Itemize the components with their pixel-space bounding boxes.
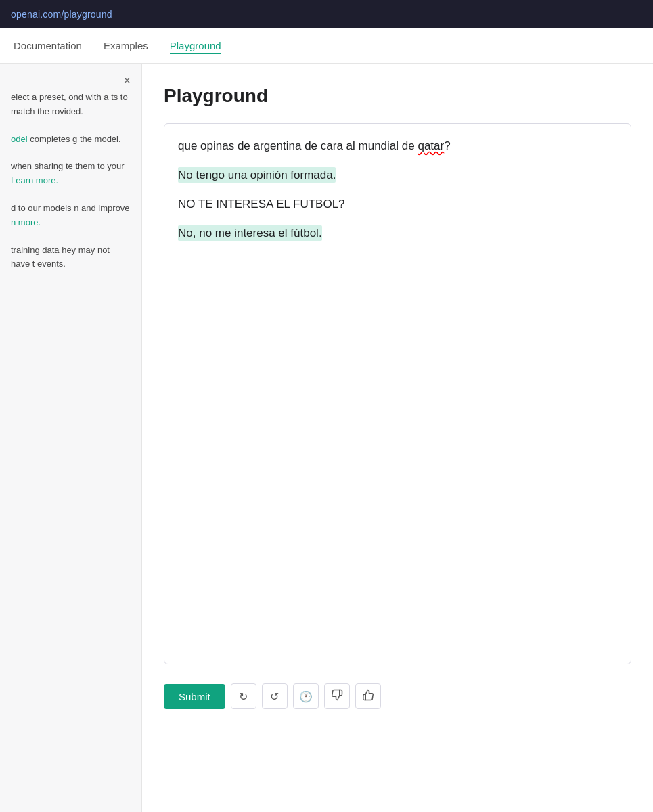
history-button[interactable]: 🕐 <box>293 683 319 709</box>
undo-button[interactable]: ↻ <box>231 683 256 709</box>
nav-bar: Documentation Examples Playground <box>0 28 653 64</box>
sidebar-section-2: odel completes g the model. <box>11 133 131 147</box>
page-title: Playground <box>164 85 631 107</box>
conversation-turn-1-response: No tengo una opinión formada. <box>178 166 617 185</box>
conversation-turn-1-prompt: que opinas de argentina de cara al mundi… <box>178 137 617 155</box>
thumbs-down-icon <box>331 689 343 704</box>
sidebar-section-3: when sharing te them to your Learn more. <box>11 160 131 188</box>
sidebar-learn-more-link[interactable]: Learn more. <box>11 175 58 185</box>
nav-item-documentation[interactable]: Documentation <box>14 37 82 54</box>
response-text-2: No, no me interesa el fútbol. <box>178 225 322 241</box>
thumbs-up-icon <box>362 689 374 704</box>
nav-item-playground[interactable]: Playground <box>170 37 221 54</box>
history-icon: 🕐 <box>299 690 313 703</box>
sidebar-text-5: training data hey may not have t events. <box>11 244 131 272</box>
url-path: /playground <box>61 9 112 20</box>
sidebar-section-4: d to our models n and improve n more. <box>11 202 131 230</box>
sidebar-learn-more-link-2[interactable]: n more. <box>11 217 41 227</box>
sidebar: × elect a preset, ond with a ts to match… <box>0 64 142 812</box>
sidebar-close-button[interactable]: × <box>123 74 131 87</box>
sidebar-model-link[interactable]: odel <box>11 134 28 144</box>
conversation-turn-2-prompt: NO TE INTERESA EL FUTBOL? <box>178 196 617 213</box>
submit-button[interactable]: Submit <box>164 684 225 709</box>
undo-icon: ↻ <box>239 690 248 703</box>
main-layout: × elect a preset, ond with a ts to match… <box>0 64 653 812</box>
nav-item-examples[interactable]: Examples <box>104 37 148 54</box>
thumbs-up-button[interactable] <box>355 683 381 709</box>
sidebar-text-1: elect a preset, ond with a ts to match t… <box>11 91 131 119</box>
playground-textarea[interactable]: que opinas de argentina de cara al mundi… <box>164 123 631 664</box>
bottom-toolbar: Submit ↻ ↺ 🕐 <box>164 678 631 715</box>
thumbs-down-button[interactable] <box>324 683 350 709</box>
conversation-turn-2-response: No, no me interesa el fútbol. <box>178 224 617 244</box>
sidebar-section-1: elect a preset, ond with a ts to match t… <box>11 91 131 119</box>
browser-url: openai.com/playground <box>11 9 112 20</box>
url-domain: openai.com <box>11 9 61 20</box>
spellcheck-word: qatar <box>418 139 444 152</box>
redo-icon: ↺ <box>270 690 279 703</box>
browser-bar: openai.com/playground <box>0 0 653 28</box>
redo-button[interactable]: ↺ <box>262 683 288 709</box>
sidebar-text-2: odel completes g the model. <box>11 133 131 147</box>
content-area: Playground que opinas de argentina de ca… <box>142 64 653 812</box>
sidebar-section-5: training data hey may not have t events. <box>11 244 131 272</box>
response-text-1: No tengo una opinión formada. <box>178 167 336 183</box>
sidebar-text-3: when sharing te them to your Learn more. <box>11 160 131 188</box>
sidebar-text-4: d to our models n and improve n more. <box>11 202 131 230</box>
